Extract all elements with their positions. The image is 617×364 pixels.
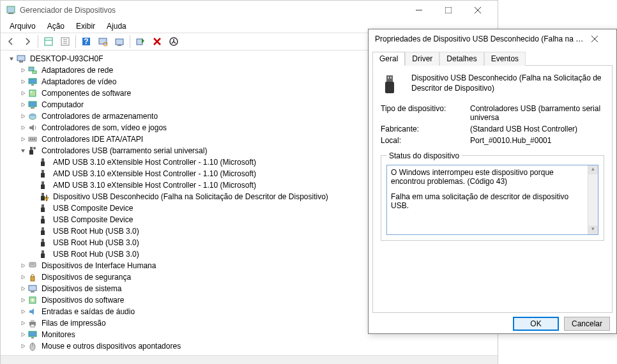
menu-view[interactable]: Exibir [71, 20, 100, 32]
chevron-right-icon[interactable] [19, 307, 27, 316]
horizontal-scrollbar[interactable] [1, 356, 498, 364]
back-button[interactable] [3, 34, 19, 49]
tab-driver[interactable]: Driver [405, 52, 439, 66]
ok-button[interactable]: OK [513, 317, 559, 331]
enable-device-button[interactable] [133, 34, 148, 49]
svg-rect-14 [99, 38, 107, 44]
type-label: Tipo de dispositivo: [381, 104, 470, 122]
manufacturer-value: (Standard USB Host Controller) [470, 125, 604, 133]
maximize-button[interactable] [434, 1, 463, 20]
chevron-right-icon[interactable] [19, 77, 27, 86]
status-line: Falha em uma solicitação de descritor de… [391, 192, 583, 210]
chevron-right-icon[interactable] [19, 89, 27, 98]
device-name: Dispositivo USB Desconhecido (Falha na S… [411, 73, 604, 96]
printer-icon [27, 318, 38, 328]
properties-button[interactable] [57, 34, 73, 49]
close-button[interactable] [463, 1, 492, 20]
tree-device-label: USB Composite Device [52, 204, 134, 213]
tree-device-label: AMD USB 3.10 eXtensible Host Controller … [52, 169, 257, 178]
app-icon [6, 5, 16, 15]
titlebar[interactable]: Gerenciador de Dispositivos [1, 1, 498, 20]
svg-rect-46 [42, 193, 44, 196]
cancel-button[interactable]: Cancelar [564, 317, 610, 331]
forward-button[interactable] [20, 34, 35, 49]
svg-rect-22 [17, 56, 25, 61]
tree-device-label: USB Composite Device [52, 215, 134, 224]
svg-rect-43 [41, 173, 45, 178]
svg-rect-25 [33, 71, 36, 73]
chevron-right-icon[interactable] [19, 296, 27, 305]
svg-rect-44 [42, 181, 44, 185]
svg-point-34 [30, 139, 31, 140]
svg-rect-26 [29, 79, 36, 84]
chevron-right-icon[interactable] [19, 112, 27, 121]
tree-device-label: USB Root Hub (USB 3.0) [52, 238, 141, 247]
svg-rect-62 [33, 264, 34, 264]
tab-panel-general: Dispositivo USB Desconhecido (Falha na S… [372, 65, 613, 313]
chevron-right-icon[interactable] [19, 66, 27, 75]
svg-rect-63 [31, 277, 34, 281]
chevron-right-icon[interactable] [19, 100, 27, 109]
minimize-button[interactable] [404, 1, 434, 20]
close-button[interactable] [591, 35, 610, 43]
update-driver-button[interactable] [112, 34, 127, 49]
tree-device-label: AMD USB 3.10 eXtensible Host Controller … [52, 158, 257, 167]
scan-hardware-button[interactable] [95, 34, 110, 49]
status-legend: Status do dispositivo [386, 151, 462, 160]
software-icon [27, 88, 38, 98]
svg-text:!: ! [45, 193, 47, 202]
uninstall-device-button[interactable] [149, 34, 165, 49]
chevron-right-icon[interactable] [19, 135, 27, 144]
chevron-down-icon[interactable] [7, 54, 16, 63]
svg-rect-58 [41, 254, 45, 258]
chevron-right-icon[interactable] [19, 261, 27, 270]
disable-device-button[interactable] [166, 34, 181, 49]
vertical-scrollbar[interactable]: ▴▾ [588, 165, 598, 234]
menu-help[interactable]: Ajuda [102, 20, 132, 32]
show-hide-console-button[interactable] [41, 34, 56, 49]
svg-rect-61 [32, 264, 33, 264]
svg-rect-77 [386, 75, 393, 82]
svg-rect-57 [42, 250, 44, 254]
svg-rect-50 [41, 208, 45, 212]
chevron-down-icon[interactable] [19, 146, 27, 155]
menu-action[interactable]: Ação [42, 20, 70, 32]
chevron-right-icon[interactable] [19, 319, 27, 328]
usb-icon [39, 249, 49, 259]
computer-icon [16, 54, 26, 64]
software-device-icon [27, 295, 38, 305]
svg-rect-18 [137, 39, 142, 45]
svg-point-39 [33, 147, 36, 149]
svg-rect-72 [31, 337, 34, 338]
tree-device-label: Dispositivo USB Desconhecido (Falha na S… [52, 192, 330, 201]
usb-device-icon [381, 73, 404, 96]
status-textarea[interactable]: O Windows interrompeu este dispositivo p… [386, 165, 598, 235]
chevron-right-icon[interactable] [19, 273, 27, 282]
svg-rect-65 [31, 291, 34, 292]
tab-general[interactable]: Geral [372, 52, 405, 66]
tree-category[interactable]: Mouse e outros dispositivos apontadores [4, 340, 498, 352]
menu-file[interactable]: Arquivo [4, 20, 41, 32]
chevron-right-icon[interactable] [19, 342, 27, 351]
svg-rect-53 [42, 227, 44, 231]
dialog-titlebar[interactable]: Propriedades de Dispositivo USB Desconhe… [369, 29, 616, 49]
svg-rect-69 [31, 320, 34, 322]
svg-rect-51 [42, 216, 44, 219]
help-button[interactable]: ? [79, 34, 94, 49]
display-icon [27, 77, 38, 87]
svg-rect-17 [118, 45, 121, 46]
tab-events[interactable]: Eventos [484, 52, 526, 66]
chevron-right-icon[interactable] [19, 284, 27, 293]
tab-details[interactable]: Detalhes [439, 52, 484, 66]
usb-icon [39, 226, 49, 236]
usb-icon [39, 180, 49, 190]
svg-rect-78 [385, 82, 394, 93]
system-icon [27, 284, 38, 294]
svg-rect-55 [42, 239, 44, 242]
svg-rect-37 [30, 147, 33, 150]
svg-rect-59 [29, 262, 36, 267]
chevron-right-icon[interactable] [19, 330, 27, 339]
chevron-right-icon[interactable] [19, 123, 27, 132]
svg-rect-71 [29, 331, 36, 337]
sound-icon [27, 123, 38, 133]
